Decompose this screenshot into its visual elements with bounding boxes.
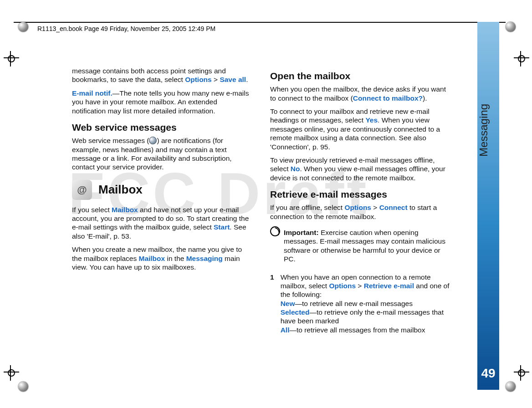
- step-body: When you have an open connection to a re…: [281, 273, 450, 335]
- paragraph: When you open the mailbox, the device as…: [270, 85, 450, 102]
- paragraph: If you are offline, select Options > Con…: [270, 203, 450, 221]
- header-rule: [14, 22, 506, 23]
- header-text: R1113_en.book Page 49 Friday, November 2…: [36, 25, 217, 32]
- corner-sphere-bl: [18, 382, 28, 392]
- registration-mark-br: [514, 365, 529, 381]
- paragraph: To view previously retrieved e-mail mess…: [270, 156, 450, 182]
- important-label: Important:: [284, 229, 319, 236]
- paragraph: To connect to your mailbox and retrieve …: [270, 107, 450, 151]
- mailbox-icon: @: [72, 180, 92, 200]
- keyword-options: Options: [329, 282, 356, 290]
- sidebar: Messaging 49: [477, 22, 499, 390]
- keyword-options: Options: [344, 204, 371, 211]
- text: If you select: [72, 206, 112, 214]
- text: >: [371, 204, 379, 211]
- important-note: Important: Exercise caution when opening…: [270, 225, 450, 268]
- paragraph: E-mail notif.—The note tells you how man…: [72, 89, 252, 115]
- text: >: [212, 76, 220, 83]
- corner-sphere-tl: [18, 22, 28, 32]
- text: Web service messages (: [72, 137, 149, 144]
- registration-mark-tl: [4, 51, 19, 66]
- heading-mailbox: Mailbox: [98, 182, 143, 197]
- keyword-retrieve-email: Retrieve e-mail: [364, 282, 414, 290]
- globe-icon: [149, 137, 157, 144]
- text: .: [246, 76, 248, 83]
- keyword-email-notif: E-mail notif.: [72, 89, 113, 97]
- text: in the: [165, 255, 186, 262]
- important-icon: [270, 226, 280, 236]
- text: —to retrieve all messages from the mailb…: [289, 326, 425, 334]
- text: ).: [423, 94, 427, 102]
- keyword-messaging: Messaging: [186, 255, 223, 262]
- keyword-selected: Selected: [281, 308, 310, 316]
- keyword-save-all: Save all: [220, 76, 246, 83]
- step-1: 1 When you have an open connection to a …: [270, 273, 450, 335]
- text: >: [356, 282, 364, 290]
- keyword-new: New: [281, 300, 295, 307]
- keyword-all: All: [281, 326, 290, 334]
- paragraph: Web service messages () are notification…: [72, 136, 252, 172]
- page-number: 49: [477, 366, 499, 381]
- registration-mark-tr: [514, 51, 529, 66]
- corner-sphere-br: [506, 382, 516, 392]
- keyword-connect: Connect: [379, 204, 408, 211]
- keyword-yes: Yes: [365, 116, 378, 124]
- paragraph: When you create a new mailbox, the name …: [72, 245, 252, 271]
- heading-web-service-messages: Web service messages: [72, 122, 252, 133]
- step-list: 1 When you have an open connection to a …: [270, 273, 450, 335]
- paragraph: If you select Mailbox and have not set u…: [72, 205, 252, 241]
- corner-sphere-tr: [506, 22, 516, 32]
- sidebar-section-label: Messaging: [477, 104, 499, 157]
- keyword-connect-q: Connect to mailbox?: [353, 94, 423, 102]
- text: —to retrieve all new e-mail messages: [295, 300, 413, 307]
- registration-mark-bl: [4, 365, 19, 381]
- keyword-mailbox: Mailbox: [138, 255, 165, 262]
- paragraph: message contains both access point setti…: [72, 66, 252, 84]
- keyword-no: No: [291, 165, 300, 173]
- left-column: message contains both access point setti…: [72, 64, 252, 338]
- step-number: 1: [270, 273, 274, 335]
- keyword-options: Options: [185, 76, 212, 83]
- text: If you are offline, select: [270, 204, 344, 211]
- important-text: Important: Exercise caution when opening…: [284, 228, 450, 264]
- mailbox-heading-row: @ Mailbox: [72, 180, 252, 200]
- content-columns: message contains both access point setti…: [72, 64, 450, 338]
- heading-retrieve-email: Retrieve e-mail messages: [270, 189, 450, 200]
- keyword-start: Start: [214, 223, 230, 231]
- right-column: Open the mailbox When you open the mailb…: [270, 64, 450, 338]
- heading-open-mailbox: Open the mailbox: [270, 70, 450, 82]
- keyword-mailbox: Mailbox: [112, 206, 138, 214]
